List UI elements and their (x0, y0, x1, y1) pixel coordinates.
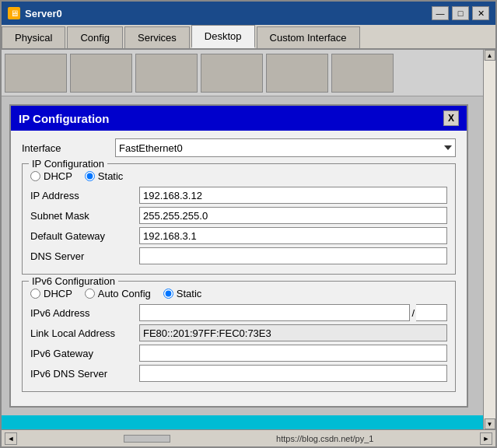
tab-physical[interactable]: Physical (2, 26, 65, 48)
device-thumb-4 (201, 54, 263, 93)
scroll-bar: ▲ ▼ (483, 50, 495, 429)
ipv6-gateway-label: IPv6 Gateway (30, 348, 139, 359)
ipv4-mode-row: DHCP Static (30, 170, 447, 182)
ipv6-address-row: IPv6 Address / (30, 304, 447, 321)
ipv6-dns-row: IPv6 DNS Server (30, 365, 447, 382)
status-nav-arrows: ◄ (5, 432, 17, 445)
dialog-overlay: IP Configuration X Interface FastEtherne… (2, 96, 483, 415)
ip-address-row: IP Address (30, 187, 447, 204)
device-thumb-3 (135, 54, 198, 93)
tab-bar: Physical Config Services Desktop Custom … (2, 25, 495, 50)
ipv6-dhcp-label: DHCP (44, 288, 72, 299)
close-button[interactable]: ✕ (472, 6, 489, 20)
link-local-row: Link Local Address (30, 324, 447, 341)
ipv6-gateway-row: IPv6 Gateway (30, 345, 447, 362)
ip-config-dialog: IP Configuration X Interface FastEtherne… (9, 104, 468, 408)
default-gateway-input[interactable] (139, 227, 447, 244)
ipv4-section: IP Configuration DHCP Static (22, 163, 456, 275)
dhcp-radio[interactable] (30, 171, 40, 181)
connector-label: Connector (9, 429, 64, 429)
title-bar: 🖥 Server0 — □ ✕ (2, 2, 495, 25)
main-window: 🖥 Server0 — □ ✕ Physical Config Services… (0, 0, 497, 448)
connector-area: Connector (2, 415, 483, 429)
scroll-up-arrow[interactable]: ▲ (485, 50, 495, 61)
tab-desktop[interactable]: Desktop (191, 25, 255, 48)
tab-custom-interface[interactable]: Custom Interface (257, 26, 360, 48)
device-thumbnail-row (2, 50, 483, 96)
dialog-title-text: IP Configuration (19, 112, 109, 125)
ipv6-static-label: Static (177, 288, 202, 299)
static-label: Static (98, 170, 124, 182)
ipv6-static-option[interactable]: Static (163, 288, 202, 299)
ipv6-dns-label: IPv6 DNS Server (30, 368, 139, 380)
status-scrollbar[interactable] (124, 435, 170, 443)
maximize-button[interactable]: □ (452, 6, 469, 20)
device-thumb-5 (266, 54, 328, 93)
dialog-body: Interface FastEthernet0 IP Configuration (11, 131, 467, 406)
ipv6-prefix-input[interactable] (416, 304, 447, 321)
ipv6-dns-input[interactable] (139, 365, 447, 382)
ipv6-gateway-input[interactable] (139, 345, 447, 362)
interface-select[interactable]: FastEthernet0 (115, 138, 456, 157)
scroll-track[interactable] (484, 61, 495, 418)
window-controls: — □ ✕ (432, 6, 489, 20)
interface-row: Interface FastEthernet0 (22, 138, 456, 157)
dialog-close-button[interactable]: X (443, 110, 459, 126)
ipv4-section-label: IP Configuration (29, 158, 107, 170)
dns-server-input[interactable] (139, 247, 447, 264)
default-gateway-row: Default Gateway (30, 227, 447, 244)
scroll-down-arrow[interactable]: ▼ (485, 418, 495, 429)
ip-address-label: IP Address (30, 190, 139, 201)
static-radio[interactable] (85, 171, 95, 181)
ipv6-section: IPv6 Configuration DHCP Auto Config (22, 281, 456, 392)
dhcp-label: DHCP (44, 170, 72, 182)
ipv6-auto-label: Auto Config (98, 288, 151, 299)
ipv6-mode-row: DHCP Auto Config Static (30, 288, 447, 299)
ipv6-auto-radio[interactable] (85, 289, 95, 299)
status-right-arrow[interactable]: ► (480, 432, 492, 445)
main-content: IP Configuration X Interface FastEtherne… (2, 50, 495, 429)
link-local-input (139, 324, 447, 341)
ipv6-address-input[interactable] (139, 304, 410, 321)
minimize-button[interactable]: — (432, 6, 449, 20)
dhcp-option[interactable]: DHCP (30, 170, 72, 182)
window-title: Server0 (25, 8, 432, 19)
ipv6-auto-option[interactable]: Auto Config (85, 288, 151, 299)
ipv6-address-label: IPv6 Address (30, 307, 139, 319)
default-gateway-label: Default Gateway (30, 230, 139, 242)
app-icon: 🖥 (8, 7, 20, 19)
status-nav-right: ► (480, 432, 492, 445)
ip-address-input[interactable] (139, 187, 447, 204)
subnet-mask-label: Subnet Mask (30, 210, 139, 222)
link-local-label: Link Local Address (30, 327, 139, 339)
device-thumb-2 (70, 54, 132, 93)
tab-config[interactable]: Config (67, 26, 123, 48)
ipv6-slash: / (410, 307, 416, 319)
dns-server-row: DNS Server (30, 247, 447, 264)
dialog-title-bar: IP Configuration X (11, 106, 467, 131)
subnet-mask-row: Subnet Mask (30, 207, 447, 224)
status-url: https://blog.csdn.net/py_1 (276, 434, 373, 443)
ipv6-dhcp-radio[interactable] (30, 289, 40, 299)
subnet-mask-input[interactable] (139, 207, 447, 224)
dns-server-label: DNS Server (30, 250, 139, 262)
ipv6-static-radio[interactable] (163, 289, 173, 299)
device-thumb-1 (5, 54, 67, 93)
ipv6-dhcp-option[interactable]: DHCP (30, 288, 72, 299)
status-left-arrow[interactable]: ◄ (5, 432, 17, 445)
status-bar: ◄ https://blog.csdn.net/py_1 ► (2, 429, 495, 446)
device-thumb-6 (331, 54, 394, 93)
interface-label: Interface (22, 142, 115, 154)
content-panel: IP Configuration X Interface FastEtherne… (2, 50, 483, 429)
static-option[interactable]: Static (85, 170, 124, 182)
tab-services[interactable]: Services (124, 26, 190, 48)
ipv6-section-label: IPv6 Configuration (29, 275, 118, 287)
